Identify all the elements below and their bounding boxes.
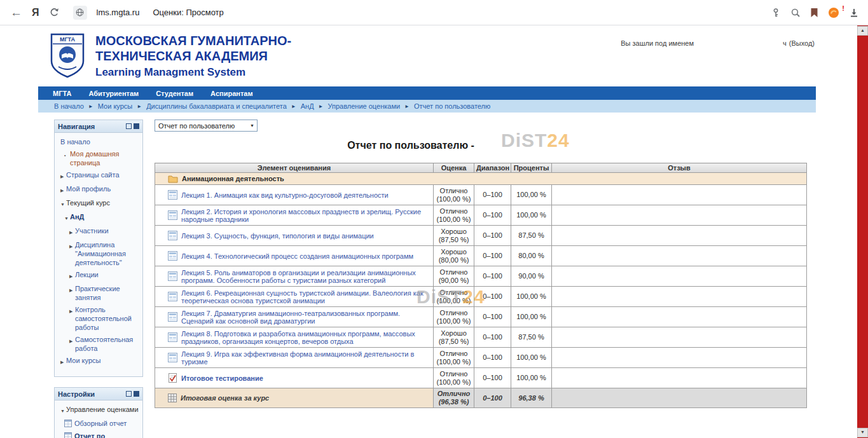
grade-item: Лекция 2. История и хронология массовых … [158, 208, 431, 223]
report-type-select[interactable]: Отчет по пользователю ▼ [155, 120, 258, 132]
total-grade-cell: Отлично (96,38 %) [434, 388, 474, 408]
tree-toggle-icon[interactable]: ▶ [69, 270, 75, 281]
sidebar-item-label[interactable]: Моя домашняя страница [70, 149, 140, 167]
breadcrumb-link[interactable]: АнД [301, 102, 314, 110]
sidebar-item: В начало [60, 137, 140, 146]
breadcrumb-link[interactable]: Управление оценками [328, 102, 401, 110]
logout-link[interactable]: (Выход) [789, 39, 815, 47]
sidebar-item-label[interactable]: Лекции [75, 270, 99, 281]
navbar-item[interactable]: Студентам [156, 90, 193, 97]
download-icon[interactable] [849, 8, 859, 18]
grade-item: Итоговое тестирование [158, 373, 431, 383]
grade-item-cell: Лекция 1. Анимация как вид культурно-дос… [155, 185, 434, 205]
url-text[interactable]: lms.mgta.ru [97, 8, 140, 17]
grade-value: Отлично [436, 268, 471, 277]
browser-page-title[interactable]: Оценки: Просмотр [153, 8, 223, 17]
navbar-item[interactable]: Абитуриентам [88, 90, 139, 97]
tree-toggle-icon[interactable]: ▶ [69, 226, 75, 237]
tree-toggle-icon[interactable]: ▼ [60, 198, 66, 209]
grade-cell: Отлично(90,00 %) [434, 266, 474, 287]
grade-item-link[interactable]: Лекция 5. Роль аниматоров в организации … [181, 269, 431, 284]
calculator-icon [168, 394, 177, 402]
grade-item-link[interactable]: Лекция 9. Игра как эффективная форма ани… [181, 350, 431, 366]
range-cell: 0–100 [474, 307, 511, 327]
sidebar-item-label[interactable]: Контроль самостоятельной работы [75, 305, 140, 332]
category-row: Анимационная деятельность [155, 173, 807, 185]
sidebar-item-label[interactable]: Самостоятельная работа [75, 335, 140, 353]
breadcrumb-link[interactable]: Мои курсы [98, 102, 132, 110]
tree-toggle-icon[interactable]: ▼ [64, 212, 70, 223]
navbar-item[interactable]: МГТА [53, 90, 71, 97]
grade-item-link[interactable]: Лекция 1. Анимация как вид культурно-дос… [181, 191, 389, 199]
grade-item-link[interactable]: Итоговое тестирование [181, 374, 263, 382]
site-title-line1: МОСКОВСКАЯ ГУМАНИТАРНО- [95, 33, 291, 48]
total-row: Итоговая оценка за курс Отлично (96,38 %… [155, 388, 807, 408]
grade-item-link[interactable]: Лекция 6. Рекреационная сущность туристс… [181, 289, 431, 305]
grade-item-link[interactable]: Лекция 3. Сущность, функция, типология и… [181, 232, 374, 240]
login-prefix: Вы зашли под именем [621, 39, 694, 47]
report-heading: Отчет по пользователю - [347, 140, 614, 151]
sidebar-item: ▶Страницы сайта [60, 170, 140, 181]
back-icon[interactable]: ← [10, 6, 22, 18]
navbar-item[interactable]: Аспирантам [210, 90, 252, 97]
tree-toggle-icon[interactable]: ▶ [69, 284, 75, 302]
grade-value: Отлично [436, 309, 471, 317]
grade-item-cell: Лекция 3. Сущность, функция, типология и… [155, 226, 434, 246]
percent-cell: 100,00 % [511, 307, 552, 327]
sidebar-item-label[interactable]: Отчет по пользователю [74, 432, 140, 438]
sidebar-item-label[interactable]: Участники [75, 226, 109, 237]
tree-toggle-icon[interactable]: ▼ [60, 405, 66, 416]
sidebar-item: Обзорный отчет [64, 419, 140, 428]
feedback-cell [552, 368, 807, 388]
grade-item-cell: Итоговое тестирование [155, 368, 434, 388]
table-row: Лекция 5. Роль аниматоров в организации … [155, 266, 807, 287]
breadcrumb-link[interactable]: В начало [54, 102, 84, 110]
dock-block-icon[interactable] [134, 123, 139, 129]
scroll-down-button[interactable]: ▼ [857, 428, 868, 437]
extension-icon[interactable]: ! [828, 7, 839, 18]
breadcrumb-separator-icon: ► [404, 104, 410, 109]
tree-toggle-icon[interactable]: ▶ [60, 170, 66, 181]
feedback-cell [552, 266, 807, 287]
sidebar-item-label[interactable]: Страницы сайта [66, 170, 120, 181]
sidebar-item-label[interactable]: В начало [60, 137, 90, 146]
breadcrumb-link[interactable]: Отчет по пользователю [414, 102, 490, 110]
yandex-logo[interactable]: Я [32, 7, 39, 18]
sidebar-item-label[interactable]: Мои курсы [66, 356, 100, 367]
category-title: Анимационная деятельность [158, 175, 804, 183]
mgta-logo[interactable]: МГТА [50, 33, 85, 81]
block-header-icons [126, 391, 139, 397]
sidebar-item-label[interactable]: Дисциплина "Анимационная деятельность" [75, 240, 140, 267]
table-header-row: Элемент оценивания Оценка Диапазон Проце… [155, 163, 807, 173]
refresh-icon[interactable] [49, 7, 60, 18]
browser-toolbar: ← Я lms.mgta.ru Оценки: Просмотр ! [0, 0, 868, 25]
sidebar-item-label[interactable]: Практические занятия [75, 284, 140, 302]
collapse-block-icon[interactable] [126, 391, 132, 397]
grade-item-link[interactable]: Лекция 4. Технологический процесс создан… [181, 252, 413, 260]
collapse-block-icon[interactable] [126, 123, 132, 129]
tree-toggle-icon[interactable]: ▶ [69, 240, 75, 267]
category-label: Анимационная деятельность [182, 175, 284, 182]
grade-item-cell: Лекция 7. Драматургия анимационно-театра… [155, 307, 434, 327]
key-icon[interactable] [771, 8, 781, 18]
grade-item-link[interactable]: Лекция 7. Драматургия анимационно-театра… [181, 310, 431, 325]
sidebar-item: ▼АнД [64, 212, 140, 223]
grade-item-link[interactable]: Лекция 2. История и хронология массовых … [181, 208, 431, 223]
tree-toggle-icon[interactable]: ▶ [69, 335, 75, 353]
percent-cell: 90,00 % [511, 266, 552, 287]
login-name-tail: ч [783, 39, 787, 47]
tree-toggle-icon[interactable]: ▶ [69, 305, 75, 332]
percent-cell: 100,00 % [511, 205, 552, 226]
sidebar-item-label[interactable]: Мой профиль [66, 184, 111, 195]
scroll-up-button[interactable]: ▲ [857, 26, 868, 36]
sidebar-item-label[interactable]: Обзорный отчет [74, 419, 127, 428]
grade-item-link[interactable]: Лекция 8. Подготовка и разработка анимац… [181, 330, 431, 345]
tree-toggle-icon[interactable]: ▶ [60, 184, 66, 195]
tree-toggle-icon[interactable]: ▶ [60, 356, 66, 367]
breadcrumb-link[interactable]: Дисциплины бакалавриата и специалитета [146, 102, 287, 110]
dock-block-icon[interactable] [134, 391, 139, 397]
sidebar-item-label[interactable]: АнД [70, 212, 84, 223]
search-icon[interactable] [790, 8, 801, 18]
bookmark-icon[interactable] [810, 8, 818, 18]
grade-item: Лекция 4. Технологический процесс создан… [158, 251, 431, 261]
